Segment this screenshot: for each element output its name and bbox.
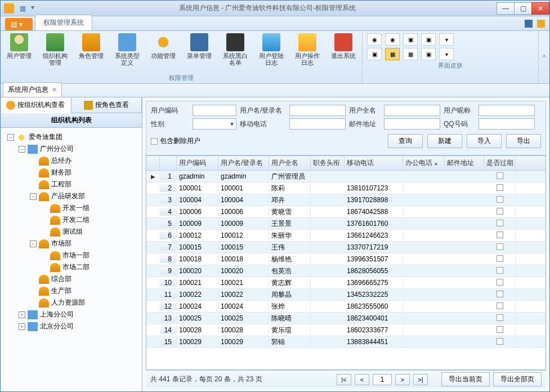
ribbon-item[interactable]: 角色管理 [77,33,105,73]
table-row[interactable]: 5100009100009王景景13761601760 [146,218,545,230]
tree-item[interactable]: −爱奇迪集团 [3,131,140,143]
tree-item[interactable]: 开发二组 [3,214,140,226]
col-code[interactable]: 用户编码 [177,156,218,170]
tree-item[interactable]: +北京分公司 [3,320,140,332]
quick-dropdown-icon[interactable]: ▾ [31,3,34,14]
table-row[interactable]: 2100001100001陈莉13810107123 [146,182,545,194]
ribbon-item[interactable]: 菜单管理 [185,33,213,73]
skin-swatch[interactable]: ▣ [421,33,436,46]
skin-swatch[interactable]: ◉ [367,33,382,46]
checkbox-icon[interactable] [497,314,503,321]
query-button[interactable]: 查询 [388,134,423,148]
tree-item[interactable]: 市场二部 [3,261,140,273]
tab-close-icon[interactable]: ✕ [52,86,57,93]
checkbox-icon[interactable] [497,243,503,250]
checkbox-icon[interactable] [497,255,503,262]
skin-swatch-active[interactable]: ▦ [385,48,400,60]
tree-toggle-icon[interactable]: − [30,193,37,200]
input-mobile[interactable] [289,118,346,130]
main-tab[interactable]: 权限管理系统 [35,15,92,30]
ribbon-item[interactable]: 退出系统 [329,33,357,73]
skin-swatch[interactable]: ◉ [385,33,400,46]
pager-page-input[interactable] [373,374,392,385]
skin-swatch[interactable]: ▣ [403,33,418,46]
checkbox-icon[interactable] [497,326,503,333]
table-row[interactable]: 12100024100024张烨18623555060 [146,301,545,313]
select-gender[interactable]: ▾ [193,118,236,130]
input-qq[interactable] [479,118,535,130]
table-row[interactable]: 4100006100006黄晓雪18674042588 [146,206,545,218]
col-office[interactable]: 办公电话▲ [403,156,445,170]
table-row[interactable]: 13100025100025陈晓晴18623400401 [146,313,545,324]
tree-item[interactable]: 财务部 [3,167,140,179]
skin-swatch[interactable]: ▦ [403,48,418,60]
ribbon-item[interactable]: 用户管理 [5,33,33,73]
new-button[interactable]: 新建 [427,134,462,148]
ribbon-collapse-icon[interactable]: ^ [538,31,549,83]
ribbon-item[interactable]: 用户操作日志 [293,33,321,73]
tree-item[interactable]: 开发一组 [3,202,140,214]
table-row[interactable]: 14100028100028黄乐瑄18602333677 [146,324,545,336]
checkbox-icon[interactable] [497,291,503,297]
checkbox-icon[interactable] [497,267,503,274]
checkbox-icon[interactable] [497,279,503,286]
tree-item[interactable]: −市场部 [3,238,140,250]
table-row[interactable]: ▶1gzadmingzadmin广州管理员 [146,171,545,182]
col-expired[interactable]: 是否过期 [484,156,516,170]
tree-item[interactable]: 工程部 [3,179,140,190]
table-row[interactable]: 9100020100020包英浩18628056055 [146,265,545,277]
skin-swatch[interactable]: ▣ [421,48,436,60]
pager-last[interactable]: >| [413,374,428,385]
table-row[interactable]: 6100012100012朱丽华13661246623 [146,230,545,242]
tree-item[interactable]: −产品研发部 [3,190,140,202]
table-row[interactable]: 8100018100018杨维艳13996351507 [146,253,545,265]
export-current-button[interactable]: 导出当前页 [441,372,490,386]
tree-item[interactable]: 人力资源部 [3,297,140,309]
tree-item[interactable]: 市场一部 [3,250,140,261]
skin-swatch[interactable]: ▣ [367,48,382,60]
input-fullname[interactable] [384,105,440,116]
tab-view-by-role[interactable]: 按角色查看 [71,97,142,113]
tree-item[interactable]: 综合部 [3,273,140,285]
col-mobile[interactable]: 移动电话 [345,156,403,170]
tab-view-by-org[interactable]: 按组织机构查看 [1,97,71,113]
document-tab[interactable]: 系统用户信息 ✕ [3,82,62,97]
tree-toggle-icon[interactable]: − [7,134,14,141]
checkbox-icon[interactable] [497,184,503,191]
table-row[interactable]: 10100021100021黄志辉13696665275 [146,277,545,289]
export-button[interactable]: 导出 [506,134,541,148]
table-row[interactable]: 3100004100004邓卉13917028898 [146,194,545,206]
import-button[interactable]: 导入 [467,134,502,148]
pager-next[interactable]: > [395,374,410,385]
input-username[interactable] [289,105,346,116]
tree-item[interactable]: 测试组 [3,226,140,238]
tree-toggle-icon[interactable]: + [19,323,25,330]
skin-swatch[interactable]: ▾ [439,48,454,60]
input-code[interactable] [193,105,236,116]
tree-toggle-icon[interactable]: + [19,311,25,318]
table-row[interactable]: 15100029100029郭锦13883844451 [146,336,545,348]
pager-first[interactable]: |< [337,374,351,385]
input-email[interactable] [384,118,440,130]
tree-item[interactable]: −广州分公司 [3,143,140,155]
input-nickname[interactable] [479,105,535,116]
checkbox-icon[interactable] [497,220,503,226]
checkbox-icon[interactable] [497,231,503,238]
ribbon-item[interactable]: 功能管理 [149,33,177,73]
tree-toggle-icon[interactable]: − [19,146,25,153]
checkbox-include-deleted[interactable]: 包含删除用户 [151,136,200,146]
mail-icon[interactable] [537,20,545,28]
file-menu-button[interactable]: ▤▾ [5,18,33,30]
quick-access-icon[interactable]: ▦ [17,3,28,14]
export-all-button[interactable]: 导出全部页 [493,372,542,386]
pager-prev[interactable]: < [355,374,369,385]
ribbon-item[interactable]: 系统类型定义 [113,33,141,73]
col-name[interactable]: 用户全名 [269,156,311,170]
tree-toggle-icon[interactable]: − [30,240,37,247]
tree-item[interactable]: 生产部 [3,285,140,297]
skin-swatch[interactable]: ▾ [439,33,454,46]
tree-item[interactable]: +上海分公司 [3,309,140,320]
col-email[interactable]: 邮件地址 [445,156,484,170]
help-icon[interactable] [525,20,533,28]
ribbon-item[interactable]: 用户登陆日志 [257,33,285,73]
